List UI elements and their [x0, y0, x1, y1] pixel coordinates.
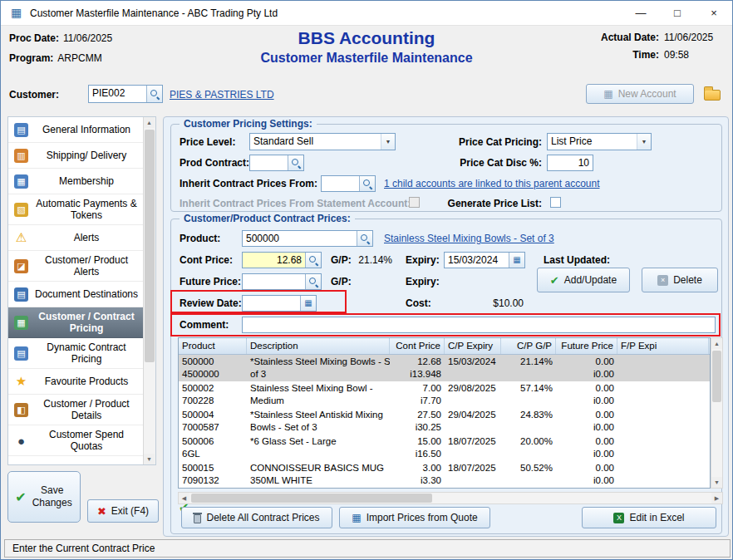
price-cat-disc-input[interactable]: 10 [547, 155, 593, 171]
cell [617, 381, 709, 408]
open-folder-button[interactable] [701, 83, 723, 103]
customer-code-value: PIE002 [89, 86, 146, 102]
payment-cards-icon: ▧ [14, 203, 28, 217]
contract-price-row[interactable]: 5000066GL*6 Glass Set - Large15.00i16.50… [179, 435, 710, 461]
scrollbar-thumb[interactable] [712, 351, 721, 402]
generate-price-list-checkbox[interactable] [550, 197, 561, 208]
table-vertical-scrollbar[interactable]: ▲ ▼ [711, 337, 723, 489]
child-accounts-link[interactable]: 1 child accounts are linked to this pare… [384, 178, 600, 189]
cell: 5000047000587 [179, 408, 247, 435]
table-horizontal-scrollbar[interactable]: ◀ ▶ [178, 492, 723, 504]
future-price-input[interactable] [242, 273, 322, 290]
close-button[interactable]: × [696, 1, 732, 26]
contract-price-row[interactable]: 500002700228Stainless Steel Mixing Bowl … [179, 381, 710, 408]
cell: 24.83% [501, 408, 556, 435]
scrollbar-thumb[interactable] [145, 130, 155, 362]
column-header[interactable]: Cont Price [390, 338, 445, 354]
title-bar: ▦ Customer Masterfile Maintenance - ABC … [1, 1, 732, 26]
sidebar-item-customer-product-alerts[interactable]: ◪Customer/ Product Alerts [8, 251, 143, 282]
add-update-button[interactable]: ✔ Add/Update [537, 268, 630, 292]
inherit-from-lookup-button[interactable] [359, 176, 375, 191]
expiry-date-value: 15/03/2024 [445, 253, 509, 268]
gp-label: G/P: [331, 254, 352, 266]
cell: 5000004500000 [179, 355, 247, 381]
customer-code-input[interactable]: PIE002 [88, 85, 163, 103]
minimize-button[interactable]: — [622, 1, 659, 26]
main-panel: Customer Pricing Settings: Price Level: … [163, 116, 729, 537]
column-header[interactable]: Product [179, 338, 247, 354]
actual-date-label: Actual Date: [601, 32, 659, 43]
new-account-icon: ▦ [603, 88, 612, 100]
exit-button[interactable]: ✖ Exit (F4) [87, 499, 159, 523]
magnifier-icon [308, 255, 318, 265]
column-header[interactable]: F/P Expi [617, 338, 709, 354]
inherit-from-input[interactable] [321, 175, 376, 192]
maximize-button[interactable]: □ [659, 1, 696, 26]
add-update-label: Add/Update [564, 274, 617, 286]
cont-price-lookup-button[interactable] [305, 253, 321, 268]
cell: 0.00i0.00 [556, 435, 617, 461]
prod-contract-label: Prod Contract: [180, 157, 249, 169]
contract-price-row[interactable]: 5000047000587*Stainless Steel Antiskid M… [179, 408, 710, 435]
cont-price-input[interactable]: 12.68 [242, 252, 322, 268]
prod-contract-lookup-button[interactable] [288, 155, 303, 170]
review-date-input[interactable]: ▦ [242, 295, 317, 312]
sidebar-item-shipping-delivery[interactable]: ▥Shipping/ Delivery [8, 143, 143, 169]
sidebar-item-customer-spend-quotas[interactable]: ●Customer Spend Quotas [8, 425, 143, 456]
scroll-right-icon[interactable]: ▶ [711, 493, 722, 504]
sidebar-item-alerts[interactable]: ⚠Alerts [8, 225, 143, 251]
product-input[interactable]: 500000 [242, 230, 373, 247]
column-header[interactable]: C/P G/P [501, 338, 556, 354]
prod-contract-input[interactable] [249, 155, 304, 171]
sidebar-item-membership[interactable]: ▦Membership [8, 169, 143, 194]
price-cat-pricing-select[interactable]: List Price ▼ [547, 133, 652, 150]
contract-price-row[interactable]: 5000157090132CONNOISSEUR BASICS MUG350ML… [179, 461, 710, 488]
column-header[interactable]: Description [247, 338, 390, 354]
sidebar-item-favourite-products[interactable]: ★Favourite Products [8, 369, 143, 395]
cell: *Stainless Steel Mixing Bowls - Setof 3 [247, 355, 390, 381]
customer-name-link[interactable]: PIES & PASTRIES LTD [170, 89, 274, 101]
price-level-select[interactable]: Standard Sell ▼ [249, 133, 396, 150]
sidebar-item-customer-product-details[interactable]: ◧Customer / Product Details [8, 395, 143, 425]
scroll-down-icon[interactable]: ▼ [144, 454, 155, 464]
product-name-link[interactable]: Stainless Steel Mixing Bowls - Set of 3 [384, 233, 554, 244]
sidebar-item-dynamic-contract-pricing[interactable]: ▤Dynamic Contract Pricing [8, 338, 143, 369]
column-header[interactable]: Future Price [556, 338, 617, 354]
scroll-up-icon[interactable]: ▲ [711, 338, 722, 349]
sidebar: ▤General Information▥Shipping/ Delivery▦… [7, 116, 156, 465]
sidebar-item-customer-contract-pricing[interactable]: ▦Customer / Contract Pricing [8, 307, 143, 338]
new-account-label: New Account [618, 88, 676, 100]
info-form-icon: ▤ [14, 123, 28, 137]
window-title: Customer Masterfile Maintenance - ABC Tr… [30, 7, 278, 19]
customer-lookup-button[interactable] [146, 86, 162, 102]
expiry-calendar-button[interactable]: ▦ [509, 253, 524, 268]
scroll-up-icon[interactable]: ▲ [144, 117, 155, 128]
scrollbar-thumb[interactable] [191, 494, 432, 503]
contract-prices-table: ProductDescriptionCont PriceC/P ExpiryC/… [178, 337, 711, 489]
save-changes-button[interactable]: ✔ Save Changes [7, 471, 81, 523]
sidebar-item-document-destinations[interactable]: ▤Document Destinations [8, 282, 143, 307]
contract-price-row[interactable]: 5000004500000*Stainless Steel Mixing Bow… [179, 355, 710, 381]
sidebar-item-general-information[interactable]: ▤General Information [8, 117, 143, 143]
product-lookup-button[interactable] [357, 231, 372, 246]
warning-icon: ⚠ [14, 231, 28, 245]
sidebar-item-automatic-payments-tokens[interactable]: ▧Automatic Payments & Tokens [8, 194, 143, 225]
sidebar-scrollbar[interactable]: ▲ ▼ [143, 117, 155, 464]
delete-button[interactable]: × Delete [642, 268, 718, 292]
column-header[interactable]: C/P Expiry [445, 338, 501, 354]
import-prices-from-quote-button[interactable]: ▦ Import Prices from Quote [339, 507, 490, 528]
cont-price-label: Cont Price: [180, 254, 233, 266]
expiry-date-input[interactable]: 15/03/2024 ▦ [444, 252, 525, 268]
new-account-button[interactable]: ▦ New Account [586, 84, 694, 104]
people-icon: ◧ [14, 403, 28, 417]
cont-price-value: 12.68 [243, 253, 305, 268]
comment-input[interactable] [242, 317, 716, 333]
inherit-statement-checkbox[interactable] [409, 197, 420, 208]
future-price-lookup-button[interactable] [305, 274, 321, 289]
scroll-down-icon[interactable]: ▼ [711, 477, 722, 488]
time-value: 09:58 [664, 49, 724, 61]
edit-in-excel-button[interactable]: X Edit in Excel [582, 507, 716, 528]
review-date-calendar-button[interactable]: ▦ [300, 296, 316, 311]
table-header-row: ProductDescriptionCont PriceC/P ExpiryC/… [179, 338, 710, 355]
delete-all-contract-prices-button[interactable]: Delete All Contract Prices [181, 507, 332, 528]
